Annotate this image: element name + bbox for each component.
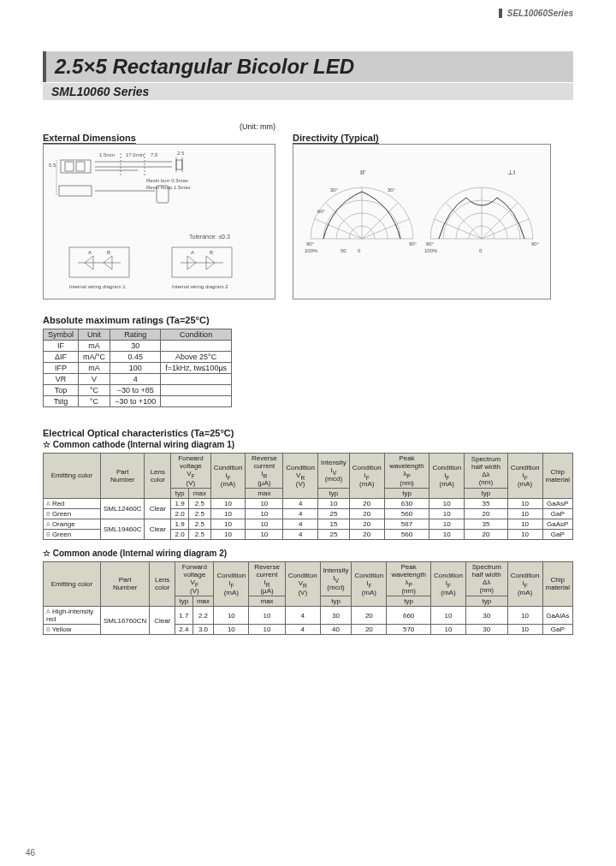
svg-text:2.5: 2.5 xyxy=(177,151,185,156)
directivity-heading: Directivity (Typical) xyxy=(293,133,379,144)
cc-table: Emitting colorPartNumberLens colorForwar… xyxy=(43,453,573,540)
svg-text:100%: 100% xyxy=(424,248,438,253)
svg-text:0: 0 xyxy=(479,248,483,253)
svg-text:0: 0 xyxy=(358,248,361,253)
table-row: A RedSML12460CClear1.92.5101041020630103… xyxy=(44,498,573,508)
table-row: A High-intensity redSML16760CNClear1.72.… xyxy=(44,607,573,625)
abs-col-unit: Unit xyxy=(79,329,110,341)
svg-text:100%: 100% xyxy=(305,248,318,253)
svg-text:A: A xyxy=(88,250,92,255)
svg-text:90°: 90° xyxy=(306,241,315,246)
table-row: Tstg°C−30 to +100 xyxy=(44,396,232,407)
svg-text:0.5: 0.5 xyxy=(49,163,56,168)
svg-rect-30 xyxy=(172,247,232,277)
svg-line-41 xyxy=(315,219,362,239)
abs-max-table: Symbol Unit Rating Condition IFmA30ΔIFmA… xyxy=(43,329,232,407)
datasheet-page: SEL10060Series 2.5×5 Rectangular Bicolor… xyxy=(0,0,616,864)
svg-rect-1 xyxy=(65,162,74,171)
title-main: 2.5×5 Rectangular Bicolor LED xyxy=(43,51,573,82)
directivity-diagram: II' ⊥I 90° 90° 100% 0 50 30° 30° 60° 90°… xyxy=(293,144,551,300)
abs-col-condition: Condition xyxy=(161,329,232,341)
svg-line-45 xyxy=(446,203,482,239)
dimension-drawing-icon: 1.5min 17.0min 7.0 2.5 0.5 Resin burr 0.… xyxy=(44,145,275,299)
svg-rect-2 xyxy=(76,162,85,171)
svg-line-47 xyxy=(435,219,482,239)
svg-line-46 xyxy=(482,203,518,239)
table-row: IFmA30 xyxy=(44,341,232,352)
ca-heading: ☆ Common anode (Internal wiring diagram … xyxy=(43,549,573,558)
series-header: SEL10060Series xyxy=(499,9,573,18)
table-row: ΔIFmA/°C0.45Above 25°C xyxy=(44,352,232,363)
table-row: IFPmA100f=1kHz, tw≤100µs xyxy=(44,363,232,374)
svg-line-40 xyxy=(362,203,398,239)
external-dimensions-block: External Dimensions (Unit: mm) xyxy=(43,117,275,300)
svg-line-42 xyxy=(362,219,409,239)
svg-text:90°: 90° xyxy=(531,241,540,246)
table-row: Top°C−30 to +85 xyxy=(44,385,232,396)
svg-text:30°: 30° xyxy=(388,187,396,193)
svg-text:II': II' xyxy=(360,169,365,176)
ca-table: Emitting colorPartNumberLens colorForwar… xyxy=(43,561,573,636)
svg-text:Resin burr 0.3max: Resin burr 0.3max xyxy=(146,178,188,183)
eo-heading: Electrical Optical characteristics (Ta=2… xyxy=(43,428,573,438)
svg-line-48 xyxy=(482,219,529,239)
svg-text:Internal wiring diagram 2: Internal wiring diagram 2 xyxy=(172,284,228,289)
svg-rect-23 xyxy=(69,247,129,277)
svg-text:A: A xyxy=(191,250,194,255)
directivity-block: Directivity (Typical) xyxy=(293,117,551,300)
title-sub: SML10060 Series xyxy=(43,83,573,100)
table-row: VRV4 xyxy=(44,374,232,385)
svg-text:90°: 90° xyxy=(426,241,435,246)
svg-text:Tolerance: ±0.3: Tolerance: ±0.3 xyxy=(189,234,230,240)
svg-text:B: B xyxy=(107,250,110,255)
svg-text:Resin hoop 1.5max: Resin hoop 1.5max xyxy=(146,185,191,190)
svg-text:50: 50 xyxy=(341,248,346,253)
svg-text:⊥I: ⊥I xyxy=(507,169,515,176)
polar-plot-icon: II' ⊥I 90° 90° 100% 0 50 30° 30° 60° 90°… xyxy=(293,145,550,299)
page-number: 46 xyxy=(26,848,35,857)
cc-heading: ☆ Common cathode (Internal wiring diagra… xyxy=(43,440,573,449)
ext-dim-heading: External Dimensions xyxy=(43,133,136,144)
svg-line-39 xyxy=(326,203,362,239)
svg-text:1.5min: 1.5min xyxy=(99,152,115,157)
svg-text:B: B xyxy=(210,250,213,255)
abs-max-heading: Absolute maximum ratings (Ta=25°C) xyxy=(43,315,573,325)
svg-text:90°: 90° xyxy=(409,241,418,246)
abs-col-rating: Rating xyxy=(110,329,161,341)
svg-text:7.0: 7.0 xyxy=(151,152,158,157)
abs-col-symbol: Symbol xyxy=(44,329,79,341)
svg-text:60°: 60° xyxy=(317,209,326,214)
ext-dim-unit: (Unit: mm) xyxy=(240,122,275,131)
title-block: 2.5×5 Rectangular Bicolor LED SML10060 S… xyxy=(43,51,573,100)
svg-text:Internal wiring diagram 1: Internal wiring diagram 1 xyxy=(69,284,126,289)
ext-dim-diagram: 1.5min 17.0min 7.0 2.5 0.5 Resin burr 0.… xyxy=(43,144,275,300)
svg-text:30°: 30° xyxy=(330,187,339,193)
svg-text:17.0min: 17.0min xyxy=(126,152,144,157)
svg-rect-10 xyxy=(176,160,182,169)
top-diagrams-row: External Dimensions (Unit: mm) xyxy=(43,117,573,300)
svg-rect-11 xyxy=(59,186,92,196)
table-row: A OrangeSML19460CClear1.92.5101041520587… xyxy=(44,519,573,529)
